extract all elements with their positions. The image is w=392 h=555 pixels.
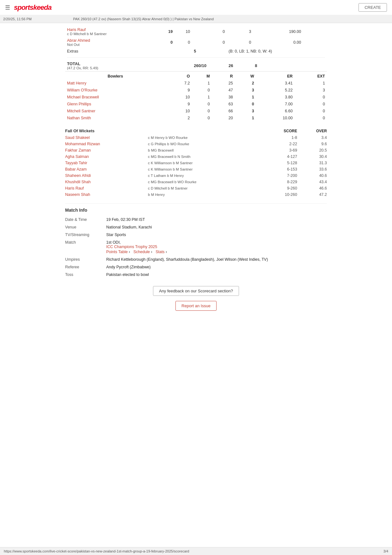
match-tournament-link[interactable]: ICC Champions Trophy 2025 [106, 245, 157, 249]
strike-rate: 190.00 [253, 26, 303, 37]
match-info-title: Match Info [65, 208, 327, 213]
fow-row: Shaheen Afridi c T Latham b M Henry 7-20… [65, 172, 327, 179]
bowler-w: 1 [235, 115, 256, 122]
tab-title: PAK 260/10 (47.2 ov) (Naseem Shah 13(15)… [73, 17, 214, 21]
info-value: National Stadium, Karachi [106, 223, 327, 231]
fow-batsman-name[interactable]: Shaheen Afridi [65, 173, 91, 178]
match-info-row: Referee Andy Pycroft (Zimbabwe) [65, 263, 327, 271]
bowler-er: 7.00 [256, 101, 295, 108]
bowler-ext: 0 [295, 115, 327, 122]
batting-row: Haris Rauf c D Mitchell b M Santner 19 1… [65, 26, 327, 37]
sixes: 3 [227, 26, 253, 37]
fow-score-val: 8-229 [261, 179, 299, 185]
fow-over-val: 46.6 [299, 185, 327, 191]
bowler-m: 0 [192, 101, 211, 108]
fow-over-val: 30.4 [299, 153, 327, 160]
feedback-button[interactable]: Any feedback on our Scorecard section? [153, 286, 239, 296]
bowlers-table: Bowlers O M R W ER EXT Matt Henry 7.2 1 … [65, 71, 327, 122]
info-value-text: Richard Kettleborough (England), Sharfud… [106, 257, 268, 262]
runs: 0 [157, 37, 175, 48]
fow-over-val: 9.6 [299, 141, 327, 147]
batsman-name[interactable]: Haris Rauf [67, 28, 155, 32]
bowler-row: Michael Bracewell 10 1 38 1 3.80 0 [65, 94, 327, 101]
bowler-name[interactable]: Michael Bracewell [67, 95, 99, 99]
fow-row: Khushdil Shah c MG Bracewell b WO Rourke… [65, 179, 327, 185]
total-label: TOTAL [67, 61, 155, 66]
points-table-link[interactable]: Points Table [106, 250, 128, 254]
fow-batsman-name[interactable]: Babar Azam [65, 167, 87, 171]
bowler-row: Glenn Phillips 9 0 63 0 7.00 0 [65, 101, 327, 108]
batting-table: Haris Rauf c D Mitchell b M Santner 19 1… [65, 26, 327, 71]
bowlers-header-row: Bowlers O M R W ER EXT [65, 72, 327, 80]
bowlers-col-header: Bowlers [65, 72, 166, 80]
batsman-name[interactable]: Abrar Ahmed [67, 38, 155, 43]
fow-batsman-name[interactable]: Tayyab Tahir [65, 161, 87, 165]
report-issue-button[interactable]: Report an Issue [175, 301, 217, 311]
tab-datetime: 2/20/25, 11:56 PM [3, 17, 32, 21]
extras-label: Extras [65, 48, 157, 55]
fow-score-val: 10-260 [261, 191, 299, 198]
fow-over-val: 31.3 [299, 160, 327, 166]
schedule-link[interactable]: Schedule [133, 250, 150, 254]
bowler-name[interactable]: Matt Henry [67, 81, 86, 85]
bowler-r: 25 [212, 80, 235, 87]
match-info-row: Venue National Stadium, Karachi [65, 223, 327, 231]
bowler-name[interactable]: Mitchell Santner [67, 109, 95, 113]
fours: 0 [192, 37, 227, 48]
bowler-name[interactable]: William O'Rourke [67, 88, 97, 92]
hamburger-icon[interactable]: ☰ [5, 4, 10, 11]
bowler-m: 0 [192, 108, 211, 115]
fow-batsman-name[interactable]: Agha Salman [65, 154, 89, 159]
divider-row [65, 55, 327, 60]
fow-detail: c MG Bracewell b N Smith [146, 153, 261, 160]
match-info-row: Toss Pakistan elected to bowl [65, 271, 327, 278]
fow-row: Tayyab Tahir c K Williamson b M Santner … [65, 160, 327, 166]
total-w: 8 [253, 60, 303, 71]
match-info-row: Match 1st ODI, ICC Champions Trophy 2025… [65, 239, 327, 256]
bowler-m: 0 [192, 115, 211, 122]
info-label: Date & Time [65, 216, 106, 223]
info-value: 19 Feb, 02:30 PM IST [106, 216, 327, 223]
fow-header-row: Fall Of Wickets SCORE OVER [65, 125, 327, 134]
fow-row: Agha Salman c MG Bracewell b N Smith 4-1… [65, 153, 327, 160]
info-value-text: Star Sports [106, 233, 126, 237]
bowler-r: 63 [212, 101, 235, 108]
match-type: 1st ODI, [106, 240, 327, 245]
bowlers-er-header: ER [256, 72, 295, 80]
batting-row: Abrar Ahmed Not Out 0 0 0 0 0.00 [65, 37, 327, 48]
match-info-table: Date & Time 19 Feb, 02:30 PM IST Venue N… [65, 216, 327, 278]
info-value-text: 19 Feb, 02:30 PM IST [106, 217, 145, 222]
runs: 19 [157, 26, 175, 37]
bowler-name[interactable]: Nathan Smith [67, 116, 91, 120]
fow-score-val: 3-69 [261, 147, 299, 153]
bowler-o: 7.2 [166, 80, 192, 87]
top-bar: ☰ sportskeeda CREATE [0, 0, 392, 15]
fow-batsman-name[interactable]: Saud Shakeel [65, 135, 90, 140]
bowler-o: 9 [166, 101, 192, 108]
fow-over-val: 3.4 [299, 134, 327, 141]
bowler-o: 2 [166, 115, 192, 122]
fow-detail: c G Phillips b WO Rourke [146, 141, 261, 147]
fow-batsman-name[interactable]: Fakhar Zaman [65, 148, 91, 153]
fow-batsman-name[interactable]: Haris Rauf [65, 186, 84, 190]
info-label: Match [65, 239, 106, 256]
fow-batsman-name[interactable]: Khushdil Shah [65, 180, 91, 184]
fow-detail: c T Latham b M Henry [146, 172, 261, 179]
create-button[interactable]: CREATE [358, 3, 387, 12]
logo[interactable]: sportskeeda [14, 3, 52, 12]
bowler-o: 10 [166, 108, 192, 115]
info-label: Venue [65, 223, 106, 231]
stats-link[interactable]: Stats [156, 250, 165, 254]
fow-row: Saud Shakeel c M Henry b WO Rourke 1-8 3… [65, 134, 327, 141]
fours: 0 [192, 26, 227, 37]
fow-batsman-name[interactable]: Mohammad Rizwan [65, 142, 100, 146]
bowler-r: 66 [212, 108, 235, 115]
bowler-row: Mitchell Santner 10 0 66 3 6.60 0 [65, 108, 327, 115]
match-info-row: TV/Streaming Star Sports [65, 231, 327, 239]
fow-batsman-name[interactable]: Naseem Shah [65, 192, 90, 197]
bowler-er: 10.00 [256, 115, 295, 122]
bowler-name[interactable]: Glenn Phillips [67, 102, 91, 106]
bowler-w: 2 [235, 80, 256, 87]
bowlers-m-header: M [192, 72, 211, 80]
fow-row: Babar Azam c K Williamson b M Santner 6-… [65, 166, 327, 172]
